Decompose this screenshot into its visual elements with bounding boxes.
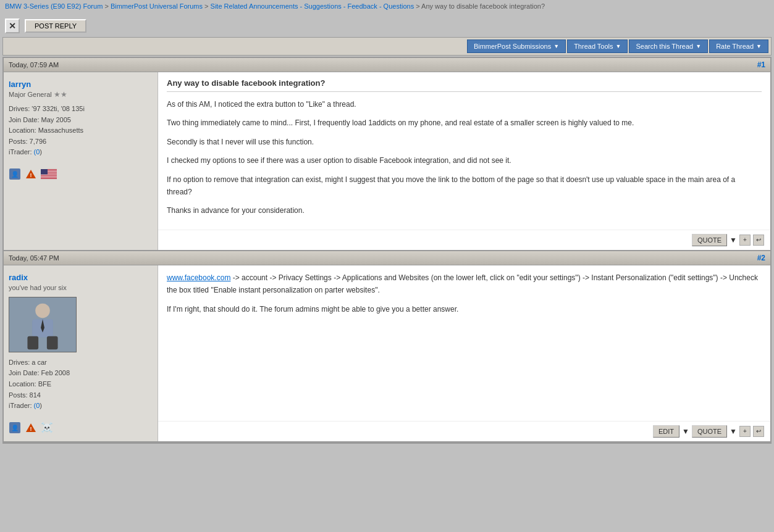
post-1-quote-button[interactable]: QUOTE xyxy=(692,234,727,246)
post-2-para-1: If I'm right, that should do it. The for… xyxy=(167,303,762,315)
breadcrumb-link-2[interactable]: BimmerPost Universal Forums xyxy=(111,2,203,10)
rate-thread-arrow-icon: ▼ xyxy=(756,43,762,49)
breadcrumb-link-3[interactable]: Site Related Announcements - Suggestions… xyxy=(211,2,414,10)
post-2-drives: Drives: a car xyxy=(9,357,153,368)
post-2-profile-icon: 👤 xyxy=(9,422,20,433)
svg-point-19 xyxy=(35,303,50,318)
post-1-action-icon-1[interactable]: 👤 xyxy=(9,168,21,180)
svg-rect-17 xyxy=(41,169,48,175)
svg-text:!: ! xyxy=(30,426,32,432)
post-1-user-info: Drives: '97 332ti, '08 135i Join Date: M… xyxy=(9,104,153,158)
post-1-username[interactable]: larryn xyxy=(9,80,153,89)
svg-rect-14 xyxy=(41,177,57,177)
post-1-action-icon-2[interactable]: ! xyxy=(25,168,37,180)
post-2-body: radix you've had your six xyxy=(4,265,770,443)
post-2-username[interactable]: radix xyxy=(9,273,153,282)
post-1-user-sidebar: larryn Major General ★★ Drives: '97 332t… xyxy=(4,72,158,250)
thread-tools-button[interactable]: Thread Tools ▼ xyxy=(567,39,628,53)
thread-tools-arrow-icon: ▼ xyxy=(616,43,621,49)
svg-rect-12 xyxy=(41,175,57,176)
svg-rect-23 xyxy=(27,336,38,349)
post-2-location: Location: BFE xyxy=(9,379,153,390)
svg-text:👤: 👤 xyxy=(11,170,19,178)
post-2-action-icon-2[interactable]: ! xyxy=(25,422,37,434)
post-1-posts: Posts: 7,796 xyxy=(9,136,153,148)
post-2: Today, 05:47 PM #2 radix you've had your… xyxy=(4,251,770,443)
post-1-joindate: Join Date: May 2005 xyxy=(9,115,153,126)
post-1-location: Location: Massachusetts xyxy=(9,125,153,136)
report-icon: ! xyxy=(25,168,36,180)
bimmerpost-submissions-button[interactable]: BimmerPost Submissions ▼ xyxy=(467,39,566,53)
post-1-itrader: iTrader: (0) xyxy=(9,147,153,158)
post-2-itrader: iTrader: (0) xyxy=(9,401,153,412)
post-2-footer: EDIT ▼ QUOTE ▼ + ↩ xyxy=(158,421,770,441)
post-2-flag-icon: ☠️ xyxy=(41,422,53,433)
post-1-content: Any way to disable facebook integration?… xyxy=(158,72,770,230)
post-1-user-title: Major General xyxy=(9,91,52,98)
post-2-footer-icon-1[interactable]: + xyxy=(739,426,751,437)
top-toolbar: ✕ POST REPLY xyxy=(2,15,772,37)
post-1-flag-icon xyxy=(41,169,57,179)
post-1-user-stars: ★★ xyxy=(54,90,67,99)
post-1-quote-arrow: ▼ xyxy=(730,236,737,244)
post-1-para-4: If no option to remove that integration … xyxy=(167,173,762,199)
post-2-joindate: Join Date: Feb 2008 xyxy=(9,368,153,379)
post-1-footer-icon-2[interactable]: ↩ xyxy=(753,235,764,246)
post-1-footer: QUOTE ▼ + ↩ xyxy=(158,230,770,250)
post-1-title: Any way to disable facebook integration? xyxy=(167,78,762,92)
post-1-drives: Drives: '97 332ti, '08 135i xyxy=(9,104,153,115)
search-thread-arrow-icon: ▼ xyxy=(696,43,701,49)
post-1-number: #1 xyxy=(757,60,765,69)
posts-container: Today, 07:59 AM #1 larryn Major General … xyxy=(2,57,772,444)
svg-rect-11 xyxy=(41,175,57,175)
post-2-avatar-container xyxy=(9,297,153,352)
thread-toolbar: BimmerPost Submissions ▼ Thread Tools ▼ … xyxy=(2,37,772,56)
post-1-para-2: Secondly is that I never will use this f… xyxy=(167,136,762,148)
post-2-quote-button[interactable]: QUOTE xyxy=(692,425,727,438)
post-2-posts: Posts: 814 xyxy=(9,390,153,401)
post-1-para-5: Thanks in advance for your consideration… xyxy=(167,204,762,217)
post-2-edit-arrow: ▼ xyxy=(682,427,689,436)
post-1-footer-icon-1[interactable]: + xyxy=(739,235,751,246)
profile-icon: 👤 xyxy=(9,168,20,180)
post-2-action-icon-1[interactable]: 👤 xyxy=(9,422,21,434)
post-2-user-actions: 👤 ! ☠️ xyxy=(9,422,153,434)
post-2-text: www.facebook.com -> account -> Privacy S… xyxy=(167,272,762,315)
post-1-para-0: As of this AM, I noticed the extra butto… xyxy=(167,98,762,110)
post-1-header: Today, 07:59 AM #1 xyxy=(4,58,770,72)
post-2-user-title: you've had your six xyxy=(9,284,67,291)
post-2-number: #2 xyxy=(757,254,765,262)
search-thread-button[interactable]: Search this Thread ▼ xyxy=(629,39,708,53)
rate-thread-button[interactable]: Rate Thread ▼ xyxy=(709,39,768,53)
post-2-avatar xyxy=(9,297,77,352)
post-2-para-0: www.facebook.com -> account -> Privacy S… xyxy=(167,272,762,297)
breadcrumb-current: Any way to disable facebook integration? xyxy=(421,2,545,10)
breadcrumb-link-1[interactable]: BMW 3-Series (E90 E92) Forum xyxy=(5,2,103,10)
post-1-text: As of this AM, I noticed the extra butto… xyxy=(167,98,762,217)
close-icon: ✕ xyxy=(9,21,16,31)
svg-text:!: ! xyxy=(30,172,32,178)
post-2-timestamp: Today, 05:47 PM xyxy=(9,254,59,262)
bimmerpost-arrow-icon: ▼ xyxy=(553,43,559,49)
close-button[interactable]: ✕ xyxy=(5,19,20,33)
post-2-user-sidebar: radix you've had your six xyxy=(4,265,158,441)
post-2-quote-arrow: ▼ xyxy=(730,427,737,436)
post-reply-button[interactable]: POST REPLY xyxy=(25,19,86,33)
svg-rect-13 xyxy=(41,176,57,177)
post-2-footer-icon-2[interactable]: ↩ xyxy=(753,426,764,437)
post-2-avatar-image xyxy=(9,297,76,352)
post-1-user-actions: 👤 ! xyxy=(9,168,153,180)
post-2-facebook-link[interactable]: www.facebook.com xyxy=(167,273,230,282)
svg-rect-16 xyxy=(41,178,57,179)
svg-text:👤: 👤 xyxy=(11,424,19,432)
post-1-para-3: I checked my options to see if there was… xyxy=(167,154,762,167)
post-2-report-icon: ! xyxy=(25,422,36,433)
post-1-para-1: Two thing immediately came to mind... Fi… xyxy=(167,117,762,129)
svg-rect-24 xyxy=(47,336,58,349)
post-2-edit-button[interactable]: EDIT xyxy=(653,425,679,438)
post-2-content: www.facebook.com -> account -> Privacy S… xyxy=(158,265,770,421)
post-1: Today, 07:59 AM #1 larryn Major General … xyxy=(4,58,770,251)
breadcrumb: BMW 3-Series (E90 E92) Forum > BimmerPos… xyxy=(0,0,774,12)
post-1-timestamp: Today, 07:59 AM xyxy=(9,61,59,69)
post-1-body: larryn Major General ★★ Drives: '97 332t… xyxy=(4,72,770,251)
